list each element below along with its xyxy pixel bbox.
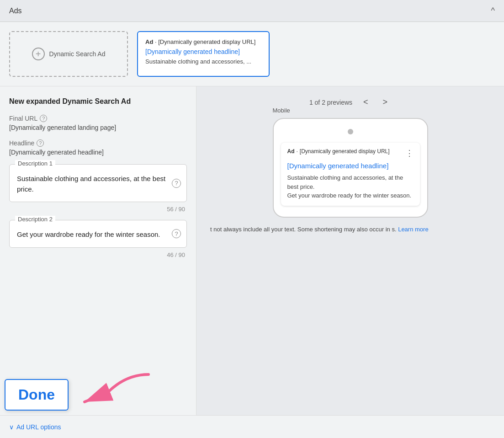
separator: · [155, 38, 157, 45]
preview-header: 1 of 2 previews < > [206, 96, 495, 109]
ad-url-options-label: Ad URL options [16, 423, 61, 431]
dynamic-search-ad-button[interactable]: + Dynamic Search Ad [9, 31, 128, 77]
headline-help-icon[interactable]: ? [37, 139, 44, 147]
bottom-bar: ∨ Ad URL options [0, 415, 504, 438]
mobile-separator: · [297, 148, 298, 155]
ads-title: Ads [9, 7, 22, 15]
headline-value: [Dynamically generated headline] [9, 149, 187, 156]
description2-char-count: 46 / 90 [9, 251, 187, 258]
chevron-down-icon: ∨ [9, 423, 14, 431]
ad-url-options[interactable]: ∨ Ad URL options [9, 423, 61, 431]
description1-label: Description 1 [15, 160, 55, 167]
headline-label: Headline ? [9, 139, 187, 147]
mobile-ad-badge-row: Ad · [Dynamically generated display URL] [287, 148, 390, 155]
left-panel: New expanded Dynamic Search Ad Final URL… [0, 86, 196, 415]
description2-help-icon[interactable]: ? [172, 229, 181, 238]
final-url-help-icon[interactable]: ? [40, 115, 47, 122]
dynamic-search-ad-label: Dynamic Search Ad [49, 50, 106, 58]
description1-char-count: 56 / 90 [9, 206, 187, 213]
description1-content[interactable]: Sustainable clothing and accessories, at… [10, 165, 186, 202]
ad-headline[interactable]: [Dynamically generated headline] [145, 48, 261, 55]
ad-preview-card: Ad · [Dynamically generated display URL]… [137, 31, 270, 77]
collapse-icon[interactable]: ^ [491, 6, 495, 16]
main-content: New expanded Dynamic Search Ad Final URL… [0, 86, 504, 415]
preview-prev-button[interactable]: < [360, 96, 372, 109]
mobile-ad-top: Ad · [Dynamically generated display URL]… [287, 148, 414, 158]
plus-icon: + [32, 48, 45, 60]
ad-description: Sustainable clothing and accessories, ..… [145, 58, 261, 65]
description2-label: Description 2 [15, 216, 55, 223]
section-title: New expanded Dynamic Search Ad [9, 97, 187, 106]
preview-next-button[interactable]: > [379, 96, 392, 109]
mobile-ad-card: Ad · [Dynamically generated display URL]… [281, 143, 420, 206]
mobile-dots-icon[interactable]: ⋮ [405, 148, 414, 158]
ad-badge: Ad [145, 38, 153, 45]
mobile-notch [281, 128, 420, 136]
mobile-description: Sustainable clothing and accessories, at… [287, 173, 414, 200]
notch-circle [348, 129, 353, 134]
display-url: [Dynamically generated display URL] [158, 38, 255, 45]
mobile-label: Mobile [273, 107, 290, 114]
mobile-headline[interactable]: [Dynamically generated headline] [287, 162, 414, 170]
description2-box[interactable]: Description 2 Get your wardrobe ready fo… [9, 220, 187, 248]
ad-card-row: + Dynamic Search Ad Ad · [Dynamically ge… [0, 22, 504, 86]
mobile-display-url: [Dynamically generated display URL] [300, 148, 390, 155]
ad-label-row: Ad · [Dynamically generated display URL] [145, 38, 261, 45]
notice-text: t not always include all your text. Some… [206, 225, 495, 234]
right-panel: 1 of 2 previews < > Mobile Ad · [Dynamic… [196, 86, 504, 415]
description2-content[interactable]: Get your wardrobe ready for the winter s… [10, 220, 186, 247]
preview-pagination: 1 of 2 previews [309, 99, 352, 106]
learn-more-link[interactable]: Learn more [398, 226, 428, 233]
final-url-value: [Dynamically generated landing page] [9, 124, 187, 131]
description1-help-icon[interactable]: ? [172, 179, 181, 188]
description1-box[interactable]: Description 1 Sustainable clothing and a… [9, 164, 187, 202]
mobile-ad-badge: Ad [287, 148, 295, 155]
mobile-frame: Ad · [Dynamically generated display URL]… [273, 118, 428, 218]
done-button[interactable]: Done [5, 379, 69, 411]
final-url-label: Final URL ? [9, 115, 187, 122]
ads-header: Ads ^ [0, 0, 504, 22]
